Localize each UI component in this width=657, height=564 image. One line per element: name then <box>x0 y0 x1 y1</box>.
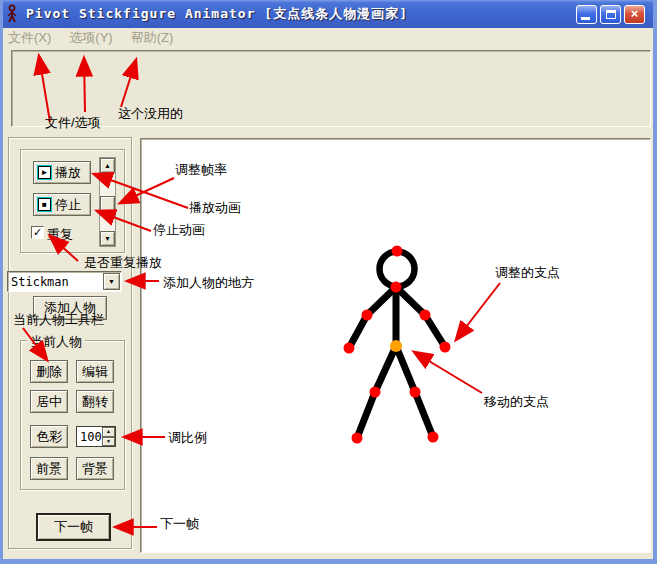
background-button[interactable]: 背景 <box>76 457 114 480</box>
annotation-useless: 这个没用的 <box>118 105 183 123</box>
play-button-label: 播放 <box>55 164 81 182</box>
annotation-frame-rate: 调整帧率 <box>175 161 227 179</box>
annotation-repeat-play: 是否重复播放 <box>84 254 162 272</box>
joint-left-knee[interactable] <box>370 387 381 398</box>
scale-spinner[interactable]: 100 ▲ ▼ <box>76 426 116 447</box>
foreground-button[interactable]: 前景 <box>30 457 68 480</box>
current-figure-group-title: 当前人物 <box>27 333 85 351</box>
edit-label: 编辑 <box>82 363 108 381</box>
close-button[interactable]: × <box>624 5 645 24</box>
delete-button[interactable]: 删除 <box>30 360 68 383</box>
annotation-adjust-pivot: 调整的支点 <box>495 264 560 282</box>
close-icon: × <box>631 6 639 21</box>
minimize-button[interactable] <box>576 5 597 24</box>
menu-file[interactable]: 文件(X) <box>8 29 51 47</box>
flip-label: 翻转 <box>82 393 108 411</box>
menu-bar: 文件(X) 选项(Y) 帮助(Z) <box>3 28 653 47</box>
menu-options[interactable]: 选项(Y) <box>69 29 112 47</box>
repeat-checkbox-label: 重复 <box>47 226 73 244</box>
scroll-up-icon: ▲ <box>104 162 111 169</box>
spin-down-button[interactable]: ▼ <box>102 437 115 447</box>
flip-button[interactable]: 翻转 <box>76 390 114 413</box>
scale-spinner-value: 100 <box>77 427 102 446</box>
maximize-icon <box>606 10 616 19</box>
minimize-icon <box>581 17 590 20</box>
figure-select-dropdown[interactable]: Stickman ▼ <box>7 271 122 292</box>
annotation-file-options: 文件/选项 <box>45 114 101 132</box>
scroll-down-icon: ▼ <box>104 235 111 242</box>
frame-timeline-strip[interactable] <box>11 50 651 127</box>
play-button[interactable]: ► 播放 <box>33 161 91 184</box>
joint-left-hand[interactable] <box>344 343 355 354</box>
annotation-current-toolbar: 当前人物工具栏 <box>13 311 104 329</box>
scroll-down-button[interactable]: ▼ <box>100 231 115 246</box>
center-label: 居中 <box>36 393 62 411</box>
color-label: 色彩 <box>36 428 62 446</box>
center-button[interactable]: 居中 <box>30 390 68 413</box>
joint-right-foot[interactable] <box>428 432 439 443</box>
joint-left-foot[interactable] <box>352 433 363 444</box>
dropdown-button[interactable]: ▼ <box>103 273 120 290</box>
annotation-scale: 调比例 <box>168 429 207 447</box>
annotation-add-figure: 添加人物的地方 <box>163 274 254 292</box>
app-stickfigure-icon <box>4 4 20 24</box>
annotation-next-frame: 下一帧 <box>160 515 199 533</box>
spin-down-icon: ▼ <box>106 438 111 444</box>
next-frame-button-label: 下一帧 <box>54 518 93 536</box>
play-icon: ► <box>41 169 49 177</box>
stop-button-label: 停止 <box>55 196 81 214</box>
annotation-play-anim: 播放动画 <box>189 199 241 217</box>
edit-button[interactable]: 编辑 <box>76 360 114 383</box>
joint-neck[interactable] <box>391 282 402 293</box>
spin-up-button[interactable]: ▲ <box>102 427 115 437</box>
background-label: 背景 <box>82 460 108 478</box>
delete-label: 删除 <box>36 363 62 381</box>
joint-right-elbow[interactable] <box>420 310 431 321</box>
repeat-checkbox[interactable]: ✓ <box>31 226 44 239</box>
joint-right-hand[interactable] <box>440 342 451 353</box>
frame-rate-scrollbar-thumb[interactable] <box>100 196 115 215</box>
spin-up-icon: ▲ <box>106 428 111 434</box>
menu-help[interactable]: 帮助(Z) <box>131 29 174 47</box>
frame-rate-scrollbar[interactable]: ▲ ▼ <box>99 157 116 247</box>
check-icon: ✓ <box>33 226 42 238</box>
annotation-move-pivot: 移动的支点 <box>484 393 549 411</box>
title-bar[interactable]: Pivot Stickfigure Animator [支点线条人物漫画家] × <box>0 0 657 28</box>
maximize-button[interactable] <box>600 5 621 24</box>
scroll-up-button[interactable]: ▲ <box>100 158 115 173</box>
joint-right-knee[interactable] <box>410 387 421 398</box>
next-frame-button[interactable]: 下一帧 <box>36 513 111 541</box>
move-pivot-joint[interactable] <box>390 340 402 352</box>
figure-select-value: Stickman <box>8 275 103 289</box>
stop-button[interactable]: ■ 停止 <box>33 193 91 216</box>
app-window: Pivot Stickfigure Animator [支点线条人物漫画家] ×… <box>0 0 657 564</box>
stop-icon: ■ <box>42 201 47 209</box>
window-title: Pivot Stickfigure Animator [支点线条人物漫画家] <box>26 5 408 23</box>
joint-left-elbow[interactable] <box>362 310 373 321</box>
annotation-stop-anim: 停止动画 <box>153 221 205 239</box>
joint-head-top[interactable] <box>392 246 403 257</box>
color-button[interactable]: 色彩 <box>30 425 68 448</box>
chevron-down-icon: ▼ <box>108 278 115 285</box>
foreground-label: 前景 <box>36 460 62 478</box>
